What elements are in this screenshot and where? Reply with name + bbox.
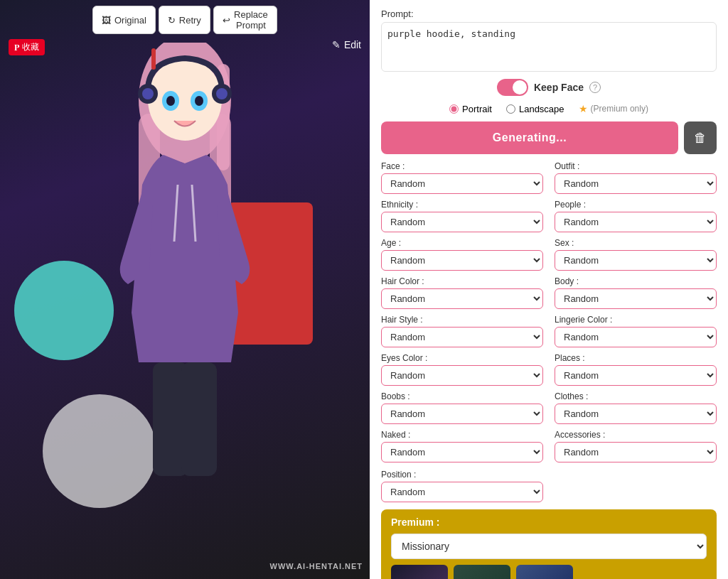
thumbnail-2[interactable] <box>454 565 510 579</box>
edit-icon: ✎ <box>332 39 341 50</box>
lingerie-color-group: Lingerie Color : Random <box>555 315 717 347</box>
age-label: Age : <box>381 238 543 248</box>
hair-style-label: Hair Style : <box>381 315 543 325</box>
edit-button[interactable]: ✎ Edit <box>332 39 361 50</box>
ethnicity-label: Ethnicity : <box>381 200 543 210</box>
retry-button[interactable]: ↻ Retry <box>159 6 210 34</box>
people-label: People : <box>555 200 717 210</box>
watermark: WWW.AI-HENTAI.NET <box>270 562 363 570</box>
accessories-group: Accessories : Random <box>555 430 717 462</box>
ethnicity-select[interactable]: Random <box>381 212 543 232</box>
face-group: Face : Random <box>381 161 543 194</box>
image-icon: 🖼 <box>102 15 111 26</box>
delete-button[interactable]: 🗑 <box>684 121 717 154</box>
hair-style-group: Hair Style : Random <box>381 315 543 347</box>
age-select[interactable]: Random <box>381 250 543 271</box>
age-group: Age : Random <box>381 238 543 271</box>
prompt-section: Prompt: purple hoodie, standing <box>381 9 717 72</box>
face-label: Face : <box>381 161 543 171</box>
sex-group: Sex : Random <box>555 238 717 271</box>
retry-icon: ↻ <box>168 15 176 26</box>
places-label: Places : <box>555 353 717 363</box>
original-button[interactable]: 🖼 Original <box>92 6 156 34</box>
replace-icon: ↩ <box>223 15 230 26</box>
eyes-color-select[interactable]: Random <box>381 365 543 386</box>
premium-section-label: Premium : <box>391 516 707 528</box>
body-select[interactable]: Random <box>555 288 717 309</box>
thumbnail-3[interactable] <box>516 565 573 579</box>
generate-row: Generating... 🗑 <box>381 121 717 154</box>
boobs-group: Boobs : Random <box>381 391 543 424</box>
landscape-option[interactable]: Landscape <box>506 104 564 114</box>
naked-group: Naked : Random <box>381 430 543 462</box>
premium-section: Premium : Missionary Doggy Cowgirl Rever… <box>381 509 717 579</box>
eyes-color-group: Eyes Color : Random <box>381 353 543 386</box>
keep-face-row: Keep Face ? <box>381 79 717 96</box>
places-select[interactable]: Random <box>555 365 717 386</box>
position-select[interactable]: Random <box>381 482 543 502</box>
thumbnail-1[interactable] <box>391 565 448 579</box>
teal-decoration <box>14 261 114 360</box>
hair-style-select[interactable]: Random <box>381 327 543 347</box>
accessories-select[interactable]: Random <box>555 442 717 462</box>
pinterest-icon: 𝐏 <box>14 43 19 53</box>
image-panel: 🖼 Original ↻ Retry ↩ Replace Prompt 𝐏 收藏… <box>0 0 370 579</box>
premium-badge: ★ (Premium only) <box>579 103 648 114</box>
naked-select[interactable]: Random <box>381 442 543 462</box>
naked-label: Naked : <box>381 430 543 440</box>
thumbnails-row <box>391 565 707 579</box>
character-silhouette <box>100 43 270 483</box>
clothes-label: Clothes : <box>555 391 717 401</box>
hair-color-group: Hair Color : Random <box>381 276 543 309</box>
lingerie-color-select[interactable]: Random <box>555 327 717 347</box>
position-group: Position : Random <box>381 470 543 502</box>
position-label: Position : <box>381 470 543 480</box>
trash-icon: 🗑 <box>694 131 707 146</box>
pinterest-badge[interactable]: 𝐏 收藏 <box>9 39 45 55</box>
help-icon[interactable]: ? <box>589 82 601 93</box>
keep-face-label: Keep Face <box>534 82 584 93</box>
body-group: Body : Random <box>555 276 717 309</box>
generated-image: 𝐏 收藏 ✎ Edit <box>0 0 370 579</box>
keep-face-toggle[interactable] <box>497 79 528 96</box>
svg-point-11 <box>142 88 154 99</box>
sex-label: Sex : <box>555 238 717 248</box>
hair-color-select[interactable]: Random <box>381 288 543 309</box>
clothes-group: Clothes : Random <box>555 391 717 424</box>
generate-button[interactable]: Generating... <box>381 121 678 154</box>
outfit-label: Outfit : <box>555 161 717 171</box>
toggle-thumb <box>513 80 527 94</box>
svg-rect-17 <box>181 362 217 476</box>
svg-point-12 <box>216 88 228 99</box>
face-select[interactable]: Random <box>381 173 543 194</box>
clothes-select[interactable]: Random <box>555 404 717 424</box>
hair-color-label: Hair Color : <box>381 276 543 286</box>
svg-point-8 <box>195 96 203 106</box>
premium-select[interactable]: Missionary Doggy Cowgirl Reverse Cowgirl <box>391 534 707 559</box>
svg-point-4 <box>148 58 222 141</box>
boobs-select[interactable]: Random <box>381 404 543 424</box>
eyes-color-label: Eyes Color : <box>381 353 543 363</box>
star-icon: ★ <box>579 103 588 114</box>
control-panel: Prompt: purple hoodie, standing Keep Fac… <box>370 0 728 579</box>
prompt-input[interactable]: purple hoodie, standing <box>381 22 717 72</box>
outfit-select[interactable]: Random <box>555 173 717 194</box>
places-group: Places : Random <box>555 353 717 386</box>
people-select[interactable]: Random <box>555 212 717 232</box>
dropdowns-grid: Face : Random Outfit : Random Ethnicity … <box>381 161 717 462</box>
boobs-label: Boobs : <box>381 391 543 401</box>
orientation-row: Portrait Landscape ★ (Premium only) <box>381 103 717 114</box>
portrait-option[interactable]: Portrait <box>449 104 492 114</box>
image-toolbar: 🖼 Original ↻ Retry ↩ Replace Prompt <box>92 6 277 34</box>
outfit-group: Outfit : Random <box>555 161 717 194</box>
accessories-label: Accessories : <box>555 430 717 440</box>
ethnicity-group: Ethnicity : Random <box>381 200 543 232</box>
lingerie-color-label: Lingerie Color : <box>555 315 717 325</box>
replace-prompt-button[interactable]: ↩ Replace Prompt <box>213 6 277 34</box>
sex-select[interactable]: Random <box>555 250 717 271</box>
body-label: Body : <box>555 276 717 286</box>
svg-point-7 <box>166 96 175 106</box>
people-group: People : Random <box>555 200 717 232</box>
svg-rect-13 <box>151 48 156 70</box>
toggle-track <box>497 79 528 96</box>
